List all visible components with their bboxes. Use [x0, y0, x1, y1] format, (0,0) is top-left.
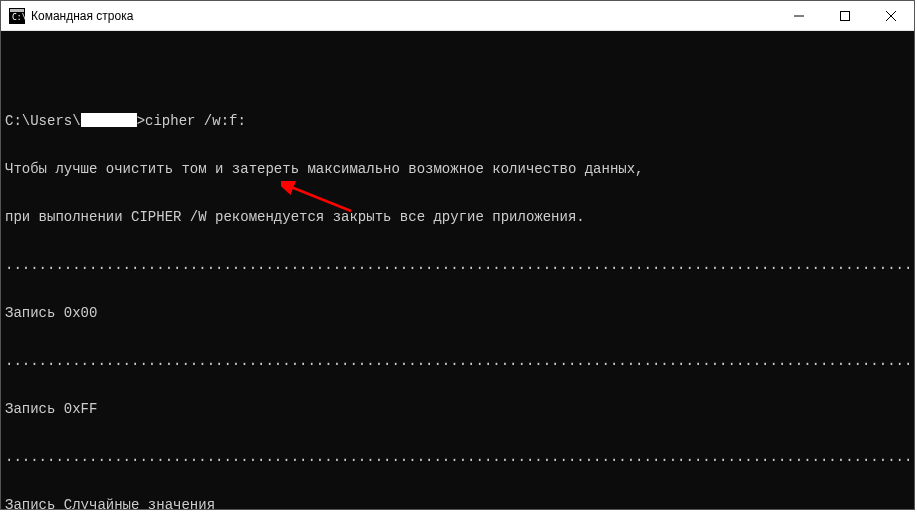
- prompt-prefix: C:\Users\: [5, 113, 81, 129]
- console-write-random: Запись Случайные значения: [5, 497, 910, 509]
- console-line-blank-top: [5, 65, 910, 81]
- close-button[interactable]: [868, 1, 914, 30]
- console-output-line-1: Чтобы лучше очистить том и затереть макс…: [5, 161, 910, 177]
- console-progress-dots-3: ........................................…: [5, 449, 910, 465]
- prompt-suffix: >: [137, 113, 145, 129]
- console-output-line-2: при выполнении CIPHER /W рекомендуется з…: [5, 209, 910, 225]
- window-controls: [776, 1, 914, 30]
- cmd-icon: C:\: [9, 8, 25, 24]
- maximize-button[interactable]: [822, 1, 868, 30]
- minimize-button[interactable]: [776, 1, 822, 30]
- svg-rect-4: [841, 11, 850, 20]
- typed-command: cipher /w:f:: [145, 113, 246, 129]
- window-title: Командная строка: [31, 9, 776, 23]
- svg-text:C:\: C:\: [12, 13, 25, 22]
- console-write-0x00: Запись 0x00: [5, 305, 910, 321]
- console-progress-dots-1: ........................................…: [5, 257, 910, 273]
- console-area[interactable]: C:\Users\>cipher /w:f: Чтобы лучше очист…: [1, 31, 914, 509]
- command-prompt-window: C:\ Командная строка C:\Users\>cipher /w…: [0, 0, 915, 510]
- console-progress-dots-2: ........................................…: [5, 353, 910, 369]
- titlebar[interactable]: C:\ Командная строка: [1, 1, 914, 31]
- svg-line-8: [291, 187, 351, 211]
- svg-rect-1: [10, 9, 24, 12]
- console-line-prompt-cmd: C:\Users\>cipher /w:f:: [5, 113, 910, 129]
- redacted-username: [81, 113, 137, 127]
- console-write-0xFF: Запись 0xFF: [5, 401, 910, 417]
